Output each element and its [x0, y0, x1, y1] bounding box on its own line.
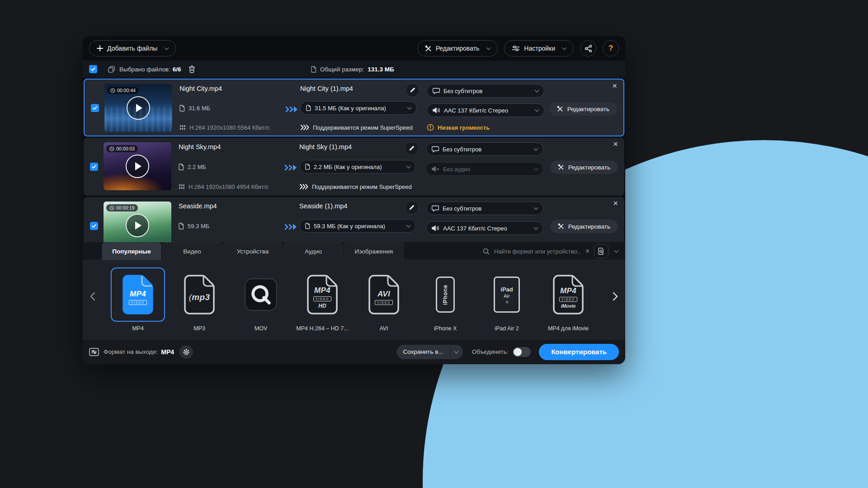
delete-selected-button[interactable] [189, 66, 195, 73]
tab-popular[interactable]: Популярные [102, 242, 161, 260]
format-card-ipad-air-2[interactable]: iPad Air iPad Air 2 [480, 267, 534, 332]
carousel-right-button[interactable] [613, 292, 618, 301]
file-icon [179, 223, 184, 230]
file-checkbox[interactable] [90, 163, 98, 171]
clear-search-button[interactable]: × [585, 248, 590, 255]
audio-dropdown[interactable]: AAC 137 Кбит/с Стерео [426, 221, 543, 235]
format-card-mp3[interactable]: (mp3 MP3 [172, 267, 226, 332]
bottom-bar: Формат на выходе: MP4 Сохранить в... Объ… [83, 339, 625, 364]
format-card-mp4-hd[interactable]: MP4 VIDEO HD MP4 H.264 – HD 7... [295, 267, 349, 332]
subtitles-icon [432, 146, 439, 152]
play-button[interactable] [126, 155, 149, 178]
subtitles-dropdown[interactable]: Без субтитров [427, 84, 544, 98]
file-checkbox[interactable] [91, 104, 99, 112]
video-thumbnail[interactable]: 00:00:19 [104, 202, 171, 242]
play-button[interactable] [127, 96, 150, 120]
file-checkbox[interactable] [90, 222, 98, 230]
edit-menu-button[interactable]: Редактировать [417, 40, 498, 56]
convert-arrow-icon [284, 223, 298, 231]
file-icon [305, 223, 310, 229]
output-size-dropdown[interactable]: 59.3 МБ (Как у оригинала) [299, 219, 416, 233]
edit-tools-icon [558, 164, 564, 170]
merge-toggle[interactable] [513, 347, 531, 357]
edit-file-button[interactable]: Редактировать [549, 102, 617, 116]
format-card-mov[interactable]: MOV [234, 267, 288, 332]
output-size-dropdown[interactable]: 2.2 МБ (Как у оригинала) [299, 160, 416, 174]
check-icon [91, 223, 97, 229]
edit-menu-label: Редактировать [436, 45, 480, 52]
file-icon [305, 164, 310, 170]
file-row[interactable]: 00:00:19 Seaside.mp4 59.3 МБ H.264 3840x… [84, 197, 624, 242]
remove-file-button[interactable]: × [613, 140, 618, 148]
convert-button[interactable]: Конвертировать [539, 344, 619, 360]
superspeed-icon [300, 125, 309, 130]
quicktime-icon [245, 278, 277, 311]
subtitles-icon [433, 88, 440, 94]
file-icon [306, 105, 311, 111]
share-button[interactable] [580, 40, 596, 56]
chevron-down-icon [535, 88, 539, 93]
format-card-avi[interactable]: AVI VIDEO AVI [357, 267, 411, 332]
question-mark-icon: ? [609, 44, 613, 53]
add-files-button[interactable]: Добавить файлы [89, 40, 176, 56]
remove-file-button[interactable]: × [613, 199, 618, 207]
format-card-mp4[interactable]: MP4 VIDEO MP4 [111, 267, 165, 332]
video-thumbnail[interactable]: 00:00:03 [104, 142, 171, 190]
source-filename: Night City.mp4 [179, 84, 283, 93]
format-card-mp4-imovie[interactable]: MP4 VIDEO iMovie MP4 для iMovie [541, 267, 595, 332]
select-all-checkbox[interactable] [89, 65, 97, 73]
selected-files-label: Выбрано файлов: [119, 66, 170, 73]
duration-badge: 00:00:19 [106, 204, 138, 211]
browse-formats-button[interactable] [594, 244, 609, 258]
source-codec: H.264 868x488 4954 Кбит/с [179, 182, 283, 191]
file-search-icon [598, 248, 605, 255]
save-to-dropdown[interactable] [450, 345, 463, 359]
settings-menu-button[interactable]: Настройки [504, 40, 574, 56]
format-tabs: Популярные Видео Устройства Аудио Изобра… [83, 242, 625, 260]
codec-icon [179, 124, 186, 131]
mp4-imovie-format-icon: MP4 VIDEO iMovie [551, 274, 585, 315]
file-row[interactable]: 00:00:44 Night City.mp4 31.6 МБ H.264 19… [84, 79, 624, 136]
rename-button[interactable] [405, 141, 419, 155]
tab-audio[interactable]: Аудио [283, 242, 343, 260]
play-button[interactable] [126, 214, 149, 237]
subtitles-dropdown[interactable]: Без субтитров [426, 142, 543, 156]
plus-icon [97, 45, 103, 52]
chevron-down-icon [562, 46, 567, 50]
subtitles-dropdown[interactable]: Без субтитров [426, 202, 543, 215]
output-size-dropdown[interactable]: 31.5 МБ (Как у оригинала) [300, 101, 417, 115]
format-carousel: MP4 VIDEO MP4 [83, 260, 625, 339]
remove-file-button[interactable]: × [612, 81, 617, 90]
audio-dropdown[interactable]: AAC 137 Кбит/с Стерео [427, 103, 544, 117]
tab-video[interactable]: Видео [162, 242, 222, 260]
format-panel: Популярные Видео Устройства Аудио Изобра… [83, 242, 625, 364]
file-icon [179, 105, 185, 112]
help-button[interactable]: ? [603, 40, 619, 56]
format-settings-button[interactable] [179, 345, 193, 359]
speaker-icon [433, 107, 440, 113]
rename-button[interactable] [406, 83, 420, 97]
share-icon [585, 45, 592, 52]
tab-images[interactable]: Изображения [344, 242, 404, 260]
format-search-input[interactable] [494, 248, 581, 255]
carousel-left-button[interactable] [90, 292, 95, 301]
pencil-icon [409, 205, 415, 211]
rename-button[interactable] [405, 201, 419, 215]
chevron-down-icon [534, 225, 538, 230]
save-to-button[interactable]: Сохранить в... [396, 345, 462, 359]
source-size: 2.2 МБ [179, 162, 283, 171]
settings-menu-label: Настройки [524, 45, 555, 52]
check-icon [90, 66, 96, 72]
file-icon [311, 66, 316, 73]
format-card-iphone-x[interactable]: iPhone iPhone X [418, 267, 472, 332]
edit-tools-icon [558, 223, 564, 230]
edit-file-button[interactable]: Редактировать [550, 220, 618, 233]
video-thumbnail[interactable]: 00:00:44 [104, 84, 172, 132]
file-row[interactable]: 00:00:03 Night Sky.mp4 2.2 МБ H.264 1920… [84, 138, 624, 196]
tab-devices[interactable]: Устройства [223, 242, 283, 260]
convert-arrow-icon [285, 105, 299, 113]
chevron-down-icon [534, 166, 538, 171]
edit-file-button[interactable]: Редактировать [550, 160, 618, 174]
collapse-panel-button[interactable] [613, 249, 620, 254]
audio-dropdown[interactable]: Без аудио [426, 162, 543, 176]
